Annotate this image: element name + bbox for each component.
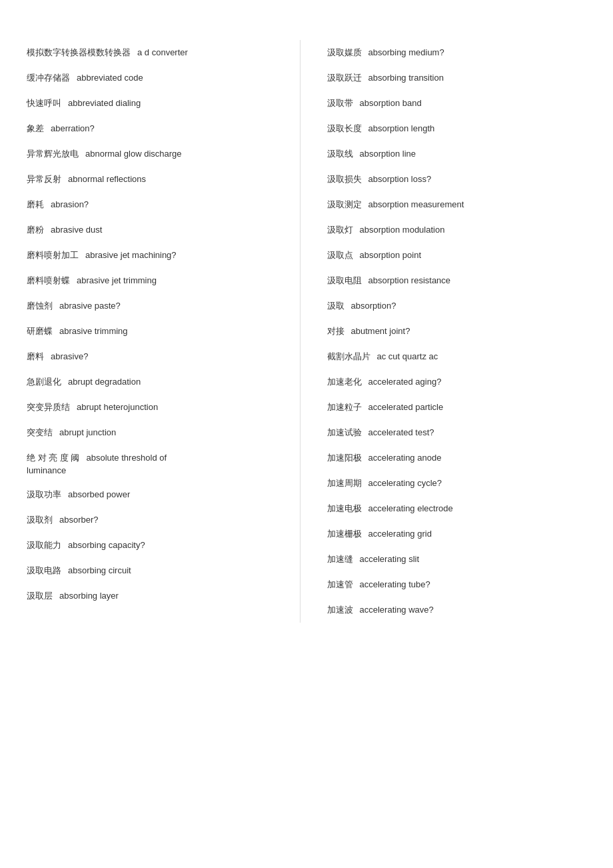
chinese-term: 磨耗 [27, 199, 44, 211]
page: 模拟数字转换器模数转换器a d converter缓冲存储器abbreviate… [0, 0, 613, 663]
chinese-term: 汲取媒质 [327, 47, 362, 59]
english-term: absorption point [360, 250, 422, 260]
english-term: absorption line [360, 149, 416, 159]
chinese-term: 研磨蝶 [27, 325, 53, 337]
list-item: 加速栅极accelerating grid [327, 521, 587, 547]
chinese-term: 汲取跃迁 [327, 72, 362, 84]
list-item: 磨料abrasive? [27, 344, 287, 369]
list-item: 汲取absorption? [327, 293, 587, 319]
chinese-term: 汲取长度 [327, 123, 362, 135]
chinese-term: 汲取灯 [327, 224, 353, 236]
list-item: 加速电极accelerating electrode [327, 496, 587, 521]
chinese-term: 磨料 [27, 351, 44, 363]
english-term: accelerated particle [368, 402, 444, 412]
chinese-term: 加速周期 [327, 477, 362, 489]
list-item: 模拟数字转换器模数转换器a d converter [27, 40, 287, 65]
english-term: abutment joint? [351, 326, 410, 336]
chinese-term: 汲取带 [327, 97, 353, 109]
chinese-term: 突变结 [27, 427, 53, 439]
chinese-term: 截割水晶片 [327, 351, 370, 363]
english-term: absorbing layer [59, 591, 119, 601]
list-item: 对接abutment joint? [327, 319, 587, 344]
english-term: accelerating slit [360, 554, 420, 564]
english-term: abrasive jet trimming [77, 275, 157, 285]
chinese-term: 汲取功率 [27, 489, 61, 501]
chinese-term: 汲取层 [27, 590, 53, 602]
chinese-term: 对接 [327, 325, 344, 337]
chinese-term: 汲取测定 [327, 199, 362, 211]
english-term: abbreviated dialing [68, 98, 141, 108]
chinese-term: 加速阳极 [327, 452, 362, 464]
list-item: 象差aberration? [27, 116, 287, 141]
english-term: abrasive jet machining? [85, 250, 177, 260]
list-item: 加速周期accelerating cycle? [327, 471, 587, 496]
english-term: a d converter [137, 47, 188, 57]
english-term: absolute threshold of [86, 453, 167, 463]
list-item: 异常辉光放电abnormal glow discharge [27, 141, 287, 167]
english-term: accelerated aging? [368, 377, 442, 387]
english-term: accelerated test? [368, 427, 434, 437]
list-item: 加速管accelerating tube? [327, 572, 587, 597]
english-term: abnormal reflections [68, 174, 146, 184]
list-item: 突变异质结abrupt heterojunction [27, 395, 287, 420]
chinese-term: 汲取损失 [327, 173, 362, 185]
chinese-term: 异常辉光放电 [27, 148, 79, 160]
list-item: 加速阳极accelerating anode [327, 445, 587, 471]
chinese-term: 汲取电路 [27, 565, 61, 577]
list-item: 汲取电路absorbing circuit [27, 558, 287, 583]
list-item: 汲取带absorption band [327, 91, 587, 116]
right-column: 汲取媒质absorbing medium?汲取跃迁absorbing trans… [301, 40, 587, 623]
list-item: 汲取线absorption line [327, 141, 587, 167]
chinese-term: 缓冲存储器 [27, 72, 70, 84]
english-term: accelerating anode [368, 453, 442, 463]
chinese-term: 快速呼叫 [27, 97, 61, 109]
english-term: absorption measurement [368, 199, 464, 209]
chinese-term: 模拟数字转换器模数转换器 [27, 47, 131, 59]
list-item: 加速粒子accelerated particle [327, 395, 587, 420]
english-term: absorber? [59, 515, 99, 525]
chinese-term: 加速管 [327, 579, 353, 591]
left-column: 模拟数字转换器模数转换器a d converter缓冲存储器abbreviate… [27, 40, 301, 623]
list-item: 加速老化accelerated aging? [327, 369, 587, 395]
english-term: accelerating tube? [360, 579, 430, 589]
chinese-term: 磨粉 [27, 224, 44, 236]
list-item: 加速缝accelerating slit [327, 547, 587, 572]
english-term-cont: luminance [27, 465, 66, 475]
list-item: 汲取能力absorbing capacity? [27, 533, 287, 558]
list-item: 汲取长度absorption length [327, 116, 587, 141]
english-term: absorption length [368, 123, 435, 133]
chinese-term: 磨料喷射蝶 [27, 275, 70, 287]
english-term: absorbing medium? [368, 47, 444, 57]
english-term: absorption? [351, 301, 396, 311]
list-item: 磨蚀剂abrasive paste? [27, 293, 287, 319]
chinese-term: 象差 [27, 123, 44, 135]
english-term: absorbed power [68, 489, 130, 499]
chinese-term: 加速栅极 [327, 528, 362, 540]
list-item: 汲取跃迁absorbing transition [327, 65, 587, 91]
list-item: 磨料喷射加工abrasive jet machining? [27, 243, 287, 268]
english-term: absorption resistance [368, 275, 451, 285]
list-item: 磨料喷射蝶abrasive jet trimming [27, 268, 287, 293]
english-term: accelerating cycle? [368, 478, 442, 488]
english-term: accelerating grid [368, 529, 432, 539]
english-term: accelerating electrode [368, 503, 453, 513]
list-item: 加速波accelerating wave? [327, 597, 587, 623]
english-term: abnormal glow discharge [85, 149, 182, 159]
list-item: 快速呼叫abbreviated dialing [27, 91, 287, 116]
list-item: 汲取损失absorption loss? [327, 167, 587, 192]
english-term: ac cut quartz ac [377, 351, 438, 361]
list-item: 汲取层absorbing layer [27, 583, 287, 609]
english-term: abrasive dust [51, 225, 102, 235]
chinese-term: 汲取点 [327, 249, 353, 261]
chinese-term: 加速缝 [327, 553, 353, 565]
english-term: absorbing capacity? [68, 540, 145, 550]
chinese-term: 突变异质结 [27, 401, 70, 413]
list-item: 汲取功率absorbed power [27, 482, 287, 507]
chinese-term: 异常反射 [27, 173, 61, 185]
list-item: 研磨蝶abrasive trimming [27, 319, 287, 344]
list-item: 磨粉abrasive dust [27, 217, 287, 243]
chinese-term: 磨料喷射加工 [27, 249, 79, 261]
chinese-term: 加速试验 [327, 427, 362, 439]
english-term: absorption band [360, 98, 422, 108]
chinese-term: 加速波 [327, 604, 353, 616]
